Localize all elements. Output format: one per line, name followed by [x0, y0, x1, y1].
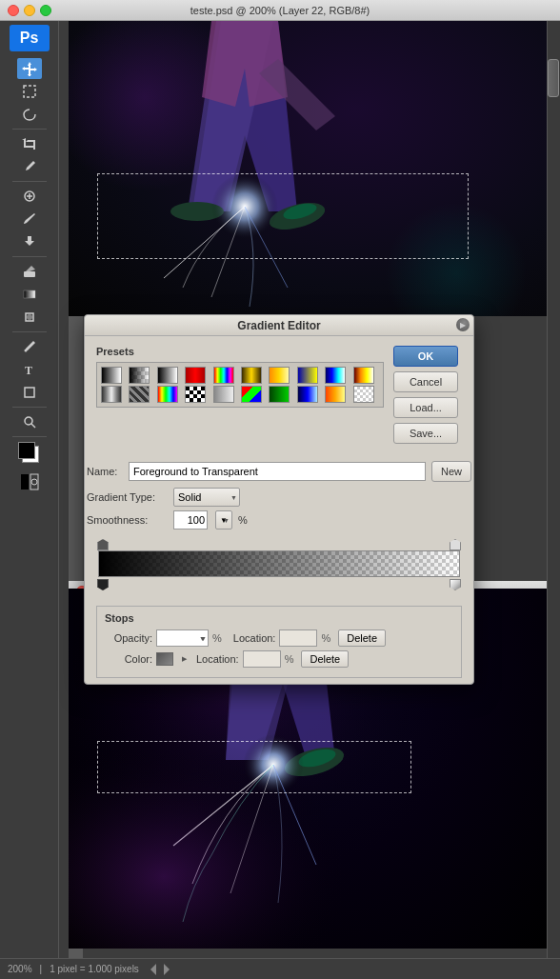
tool-separator-1 — [12, 129, 47, 130]
save-button[interactable]: Save... — [393, 423, 458, 444]
nav-arrows[interactable] — [150, 964, 170, 975]
gradient-preview-section — [85, 533, 473, 600]
dialog-title-bar: Gradient Editor ▶ — [85, 315, 473, 336]
svg-point-8 — [25, 417, 32, 425]
color-stop-left[interactable] — [97, 579, 109, 590]
preset-15[interactable] — [213, 386, 234, 403]
load-button[interactable]: Load... — [393, 397, 458, 418]
color-swatch[interactable] — [156, 652, 173, 666]
opacity-delete-button[interactable]: Delete — [338, 629, 386, 647]
tool-quick-mask[interactable] — [17, 471, 42, 492]
preset-4[interactable] — [185, 367, 206, 384]
preset-3[interactable] — [157, 367, 178, 384]
smoothness-input[interactable] — [173, 510, 208, 529]
presets-container — [96, 362, 384, 408]
tool-move[interactable] — [17, 58, 42, 79]
canvas-top — [69, 21, 547, 316]
ps-toolbar: Ps — [0, 21, 59, 958]
color-delete-button[interactable]: Delete — [301, 650, 349, 668]
preset-19[interactable] — [325, 386, 346, 403]
pixel-info: 1 pixel = 1.000 pixels — [50, 964, 139, 974]
minimize-button[interactable] — [24, 5, 35, 16]
color-stop-right[interactable] — [450, 579, 461, 590]
opacity-stop-left[interactable] — [97, 539, 109, 550]
opacity-stops-row — [98, 539, 460, 550]
tool-crop[interactable] — [17, 133, 42, 154]
dialog-content: Presets — [85, 336, 473, 453]
preset-14[interactable] — [185, 386, 206, 403]
smoothness-label: Smoothness: — [87, 514, 168, 526]
window-title: teste.psd @ 200% (Layer 22, RGB/8#) — [190, 5, 370, 16]
tool-separator-4 — [12, 331, 47, 332]
status-info: | — [40, 964, 43, 974]
tool-brush[interactable] — [17, 209, 42, 230]
opacity-stop-right[interactable] — [450, 539, 461, 550]
preset-2[interactable] — [129, 367, 150, 384]
opacity-label: Opacity: — [105, 632, 152, 644]
preset-12[interactable] — [129, 386, 150, 403]
preset-13[interactable] — [157, 386, 178, 403]
opacity-value-wrapper[interactable]: ▼ — [156, 629, 209, 647]
gradient-bar[interactable] — [98, 550, 460, 577]
opacity-location-input[interactable] — [279, 629, 317, 647]
preset-16[interactable] — [241, 386, 262, 403]
preset-8[interactable] — [297, 367, 318, 384]
close-button[interactable] — [8, 5, 19, 16]
tool-shape[interactable] — [17, 382, 42, 403]
color-row: Color: ▶ Location: % Delete — [105, 650, 453, 668]
smoothness-dropdown[interactable]: ▼ — [215, 510, 232, 529]
gradient-type-select[interactable]: Solid Noise — [173, 488, 240, 507]
dialog-expand-icon[interactable]: ▶ — [456, 318, 470, 331]
smoothness-stepper-wrapper[interactable]: ▼ — [215, 510, 232, 529]
tool-separator-3 — [12, 256, 47, 257]
ok-button[interactable]: OK — [393, 346, 458, 367]
tool-lasso[interactable] — [17, 104, 42, 125]
svg-rect-2 — [24, 271, 35, 277]
gradient-type-wrapper[interactable]: Solid Noise — [173, 488, 240, 507]
type-row: Gradient Type: Solid Noise — [85, 488, 473, 507]
svg-rect-0 — [24, 86, 35, 97]
location-label-1: Location: — [233, 632, 276, 644]
svg-rect-7 — [25, 388, 34, 397]
new-button[interactable]: New — [431, 461, 471, 482]
color-swatch-wrapper[interactable]: ▶ — [156, 652, 173, 666]
status-bar: 200% | 1 pixel = 1.000 pixels — [0, 958, 560, 979]
tool-gradient[interactable] — [17, 284, 42, 305]
color-swatches[interactable] — [12, 442, 47, 469]
tool-healing[interactable] — [17, 186, 42, 207]
scrollbar-right[interactable] — [547, 21, 560, 958]
tool-stamp[interactable] — [17, 231, 42, 252]
preset-1[interactable] — [101, 367, 122, 384]
dialog-buttons: OK Cancel Load... Save... — [393, 346, 462, 444]
tool-eraser[interactable] — [17, 261, 42, 282]
preset-7[interactable] — [269, 367, 290, 384]
gradient-bar-container — [98, 539, 460, 590]
tool-separator-2 — [12, 181, 47, 182]
tool-blur[interactable] — [17, 307, 42, 328]
color-location-input[interactable] — [243, 650, 281, 668]
name-input[interactable] — [129, 462, 426, 481]
name-row: Name: New — [85, 461, 473, 482]
preset-11[interactable] — [101, 386, 122, 403]
preset-20[interactable] — [353, 386, 374, 403]
figure-svg — [69, 21, 547, 316]
dialog-left: Presets — [96, 346, 384, 444]
tool-zoom[interactable] — [17, 411, 42, 432]
opacity-input[interactable] — [156, 629, 209, 647]
location-label-2: Location: — [196, 653, 239, 665]
preset-9[interactable] — [325, 367, 346, 384]
tool-eyedropper[interactable] — [17, 156, 42, 177]
preset-6[interactable] — [241, 367, 262, 384]
location-unit-1: % — [321, 632, 330, 644]
tool-pen[interactable] — [17, 336, 42, 357]
preset-5[interactable] — [213, 367, 234, 384]
preset-10[interactable] — [353, 367, 374, 384]
gradient-type-label: Gradient Type: — [87, 491, 168, 503]
tool-text[interactable]: T — [17, 359, 42, 380]
maximize-button[interactable] — [40, 5, 51, 16]
preset-18[interactable] — [297, 386, 318, 403]
scrollbar-thumb[interactable] — [548, 59, 559, 97]
tool-marquee[interactable] — [17, 81, 42, 102]
preset-17[interactable] — [269, 386, 290, 403]
cancel-button[interactable]: Cancel — [393, 371, 458, 392]
